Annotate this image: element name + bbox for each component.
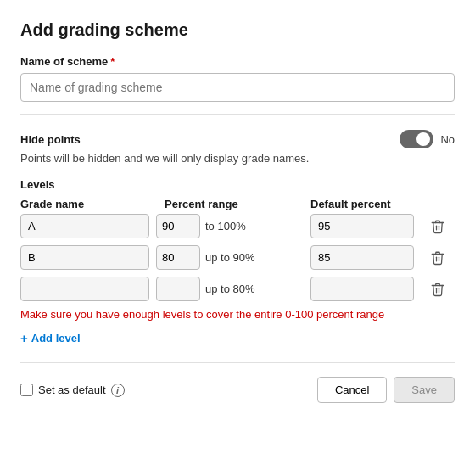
percent-to-label-3: up to 80% (205, 283, 255, 295)
percent-range-cell-3: up to 80% (156, 277, 310, 301)
name-field-group: Name of scheme* (20, 55, 455, 102)
percent-from-input-1[interactable] (156, 214, 200, 238)
hide-points-toggle[interactable] (400, 130, 433, 148)
percent-to-label-2: up to 90% (205, 251, 255, 264)
add-level-label: Add level (31, 332, 81, 344)
add-level-button[interactable]: + Add level (20, 331, 81, 345)
default-percent-cell-3 (310, 277, 421, 301)
delete-row-2-button[interactable] (421, 249, 455, 267)
col-default-percent: Default percent (310, 198, 421, 210)
percent-from-input-3[interactable] (156, 277, 200, 301)
grade-name-cell-2 (20, 245, 156, 270)
divider-1 (20, 114, 455, 115)
set-default-group: Set as default i (20, 384, 125, 397)
delete-row-1-button[interactable] (421, 217, 455, 236)
grade-name-input-3[interactable] (20, 277, 149, 301)
set-default-checkbox[interactable] (20, 384, 33, 396)
grade-name-input-2[interactable] (20, 245, 149, 270)
default-percent-input-3[interactable] (310, 277, 414, 301)
cancel-button[interactable]: Cancel (317, 377, 387, 403)
default-percent-cell-1 (310, 214, 421, 238)
grade-name-input-1[interactable] (20, 214, 149, 238)
toggle-track (400, 130, 433, 148)
save-button[interactable]: Save (394, 377, 455, 403)
hide-points-label: Hide points (20, 133, 81, 146)
levels-section-label: Levels (20, 178, 455, 191)
error-message: Make sure you have enough levels to cove… (20, 308, 455, 321)
hide-points-row: Hide points No (20, 130, 455, 148)
default-percent-cell-2 (310, 245, 421, 270)
percent-range-cell-2: up to 90% (156, 245, 310, 270)
toggle-thumb (416, 132, 430, 146)
levels-header: Grade name Percent range Default percent (20, 198, 455, 214)
add-icon: + (20, 331, 28, 345)
table-row: up to 90% (20, 245, 455, 270)
table-row: to 100% (20, 214, 455, 238)
footer: Set as default i Cancel Save (20, 362, 455, 403)
delete-row-3-button[interactable] (421, 280, 455, 299)
col-grade-name: Grade name (20, 198, 156, 210)
scheme-name-input[interactable] (20, 73, 455, 102)
levels-section: Levels Grade name Percent range Default … (20, 178, 455, 345)
name-field-label: Name of scheme* (20, 55, 455, 68)
toggle-state-label: No (440, 133, 455, 146)
page-title: Add grading scheme (20, 20, 455, 40)
toggle-group: No (400, 130, 455, 148)
table-row: up to 80% (20, 277, 455, 301)
grade-name-cell-3 (20, 277, 156, 301)
percent-range-cell-1: to 100% (156, 214, 310, 238)
percent-to-label-1: to 100% (205, 220, 246, 232)
set-default-info-icon[interactable]: i (111, 384, 125, 397)
set-default-label[interactable]: Set as default (38, 384, 106, 396)
col-percent-range: Percent range (156, 198, 310, 210)
footer-buttons: Cancel Save (317, 377, 455, 403)
hide-points-hint: Points will be hidden and we will only d… (20, 152, 455, 165)
percent-from-input-2[interactable] (156, 245, 200, 270)
default-percent-input-1[interactable] (310, 214, 414, 238)
default-percent-input-2[interactable] (310, 245, 414, 270)
grade-name-cell-1 (20, 214, 156, 238)
required-indicator: * (110, 55, 115, 68)
